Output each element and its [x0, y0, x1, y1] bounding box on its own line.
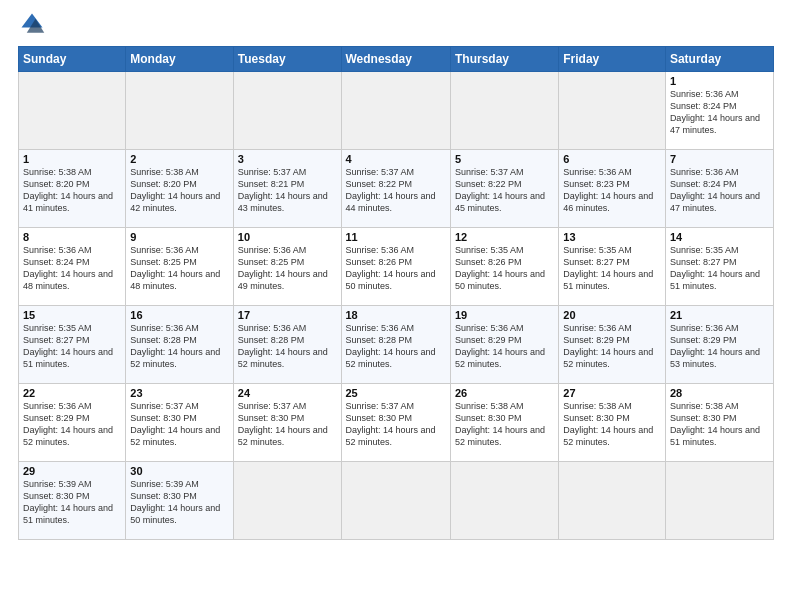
day-info: Sunrise: 5:37 AMSunset: 8:30 PMDaylight:… — [346, 400, 446, 449]
day-info: Sunrise: 5:36 AMSunset: 8:29 PMDaylight:… — [23, 400, 121, 449]
day-number: 5 — [455, 153, 554, 165]
calendar-cell — [341, 72, 450, 150]
calendar-cell: 16Sunrise: 5:36 AMSunset: 8:28 PMDayligh… — [126, 306, 233, 384]
column-header-tuesday: Tuesday — [233, 47, 341, 72]
column-header-saturday: Saturday — [665, 47, 773, 72]
calendar-cell: 30Sunrise: 5:39 AMSunset: 8:30 PMDayligh… — [126, 462, 233, 540]
calendar-cell: 29Sunrise: 5:39 AMSunset: 8:30 PMDayligh… — [19, 462, 126, 540]
day-number: 2 — [130, 153, 228, 165]
column-header-wednesday: Wednesday — [341, 47, 450, 72]
day-info: Sunrise: 5:35 AMSunset: 8:26 PMDaylight:… — [455, 244, 554, 293]
day-info: Sunrise: 5:36 AMSunset: 8:23 PMDaylight:… — [563, 166, 661, 215]
day-number: 29 — [23, 465, 121, 477]
calendar-cell: 2Sunrise: 5:38 AMSunset: 8:20 PMDaylight… — [126, 150, 233, 228]
calendar-cell — [450, 462, 558, 540]
day-number: 12 — [455, 231, 554, 243]
header — [18, 10, 774, 38]
day-info: Sunrise: 5:36 AMSunset: 8:24 PMDaylight:… — [670, 88, 769, 137]
day-info: Sunrise: 5:36 AMSunset: 8:28 PMDaylight:… — [130, 322, 228, 371]
week-row-5: 22Sunrise: 5:36 AMSunset: 8:29 PMDayligh… — [19, 384, 774, 462]
day-info: Sunrise: 5:35 AMSunset: 8:27 PMDaylight:… — [563, 244, 661, 293]
day-number: 28 — [670, 387, 769, 399]
day-number: 8 — [23, 231, 121, 243]
calendar-cell: 14Sunrise: 5:35 AMSunset: 8:27 PMDayligh… — [665, 228, 773, 306]
calendar-cell: 13Sunrise: 5:35 AMSunset: 8:27 PMDayligh… — [559, 228, 666, 306]
day-info: Sunrise: 5:37 AMSunset: 8:30 PMDaylight:… — [238, 400, 337, 449]
calendar-page: SundayMondayTuesdayWednesdayThursdayFrid… — [0, 0, 792, 612]
day-info: Sunrise: 5:38 AMSunset: 8:30 PMDaylight:… — [563, 400, 661, 449]
day-number: 6 — [563, 153, 661, 165]
calendar-cell: 24Sunrise: 5:37 AMSunset: 8:30 PMDayligh… — [233, 384, 341, 462]
day-number: 20 — [563, 309, 661, 321]
calendar-cell: 21Sunrise: 5:36 AMSunset: 8:29 PMDayligh… — [665, 306, 773, 384]
calendar-cell: 10Sunrise: 5:36 AMSunset: 8:25 PMDayligh… — [233, 228, 341, 306]
day-info: Sunrise: 5:37 AMSunset: 8:21 PMDaylight:… — [238, 166, 337, 215]
calendar-cell: 18Sunrise: 5:36 AMSunset: 8:28 PMDayligh… — [341, 306, 450, 384]
calendar-cell: 25Sunrise: 5:37 AMSunset: 8:30 PMDayligh… — [341, 384, 450, 462]
calendar-cell — [126, 72, 233, 150]
day-info: Sunrise: 5:36 AMSunset: 8:25 PMDaylight:… — [130, 244, 228, 293]
day-number: 13 — [563, 231, 661, 243]
day-info: Sunrise: 5:37 AMSunset: 8:30 PMDaylight:… — [130, 400, 228, 449]
day-number: 1 — [670, 75, 769, 87]
day-info: Sunrise: 5:37 AMSunset: 8:22 PMDaylight:… — [455, 166, 554, 215]
day-number: 16 — [130, 309, 228, 321]
calendar-cell: 7Sunrise: 5:36 AMSunset: 8:24 PMDaylight… — [665, 150, 773, 228]
day-info: Sunrise: 5:36 AMSunset: 8:28 PMDaylight:… — [238, 322, 337, 371]
calendar-cell — [19, 72, 126, 150]
calendar-cell: 3Sunrise: 5:37 AMSunset: 8:21 PMDaylight… — [233, 150, 341, 228]
day-number: 7 — [670, 153, 769, 165]
column-header-monday: Monday — [126, 47, 233, 72]
day-number: 18 — [346, 309, 446, 321]
week-row-4: 15Sunrise: 5:35 AMSunset: 8:27 PMDayligh… — [19, 306, 774, 384]
day-info: Sunrise: 5:38 AMSunset: 8:30 PMDaylight:… — [670, 400, 769, 449]
week-row-3: 8Sunrise: 5:36 AMSunset: 8:24 PMDaylight… — [19, 228, 774, 306]
calendar-cell — [450, 72, 558, 150]
day-info: Sunrise: 5:35 AMSunset: 8:27 PMDaylight:… — [670, 244, 769, 293]
calendar-cell: 20Sunrise: 5:36 AMSunset: 8:29 PMDayligh… — [559, 306, 666, 384]
column-header-friday: Friday — [559, 47, 666, 72]
logo-icon — [18, 10, 46, 38]
day-info: Sunrise: 5:36 AMSunset: 8:29 PMDaylight:… — [670, 322, 769, 371]
day-number: 24 — [238, 387, 337, 399]
week-row-6: 29Sunrise: 5:39 AMSunset: 8:30 PMDayligh… — [19, 462, 774, 540]
calendar-cell: 12Sunrise: 5:35 AMSunset: 8:26 PMDayligh… — [450, 228, 558, 306]
calendar-cell: 8Sunrise: 5:36 AMSunset: 8:24 PMDaylight… — [19, 228, 126, 306]
day-info: Sunrise: 5:36 AMSunset: 8:29 PMDaylight:… — [455, 322, 554, 371]
column-header-thursday: Thursday — [450, 47, 558, 72]
day-number: 25 — [346, 387, 446, 399]
day-number: 21 — [670, 309, 769, 321]
day-number: 15 — [23, 309, 121, 321]
calendar-cell: 22Sunrise: 5:36 AMSunset: 8:29 PMDayligh… — [19, 384, 126, 462]
calendar-cell: 15Sunrise: 5:35 AMSunset: 8:27 PMDayligh… — [19, 306, 126, 384]
day-info: Sunrise: 5:38 AMSunset: 8:20 PMDaylight:… — [23, 166, 121, 215]
calendar-cell — [559, 72, 666, 150]
calendar-cell: 23Sunrise: 5:37 AMSunset: 8:30 PMDayligh… — [126, 384, 233, 462]
day-info: Sunrise: 5:36 AMSunset: 8:26 PMDaylight:… — [346, 244, 446, 293]
calendar-cell: 28Sunrise: 5:38 AMSunset: 8:30 PMDayligh… — [665, 384, 773, 462]
week-row-2: 1Sunrise: 5:38 AMSunset: 8:20 PMDaylight… — [19, 150, 774, 228]
calendar-cell: 11Sunrise: 5:36 AMSunset: 8:26 PMDayligh… — [341, 228, 450, 306]
calendar-table: SundayMondayTuesdayWednesdayThursdayFrid… — [18, 46, 774, 540]
day-number: 3 — [238, 153, 337, 165]
day-number: 9 — [130, 231, 228, 243]
day-number: 1 — [23, 153, 121, 165]
day-info: Sunrise: 5:35 AMSunset: 8:27 PMDaylight:… — [23, 322, 121, 371]
calendar-cell: 1Sunrise: 5:36 AMSunset: 8:24 PMDaylight… — [665, 72, 773, 150]
calendar-cell: 9Sunrise: 5:36 AMSunset: 8:25 PMDaylight… — [126, 228, 233, 306]
day-number: 22 — [23, 387, 121, 399]
calendar-cell: 6Sunrise: 5:36 AMSunset: 8:23 PMDaylight… — [559, 150, 666, 228]
day-number: 19 — [455, 309, 554, 321]
day-number: 26 — [455, 387, 554, 399]
day-info: Sunrise: 5:39 AMSunset: 8:30 PMDaylight:… — [23, 478, 121, 527]
calendar-cell — [233, 72, 341, 150]
calendar-cell: 5Sunrise: 5:37 AMSunset: 8:22 PMDaylight… — [450, 150, 558, 228]
day-number: 4 — [346, 153, 446, 165]
calendar-cell — [665, 462, 773, 540]
logo — [18, 10, 50, 38]
day-info: Sunrise: 5:36 AMSunset: 8:24 PMDaylight:… — [23, 244, 121, 293]
day-info: Sunrise: 5:36 AMSunset: 8:25 PMDaylight:… — [238, 244, 337, 293]
calendar-cell — [559, 462, 666, 540]
day-number: 30 — [130, 465, 228, 477]
calendar-cell: 4Sunrise: 5:37 AMSunset: 8:22 PMDaylight… — [341, 150, 450, 228]
